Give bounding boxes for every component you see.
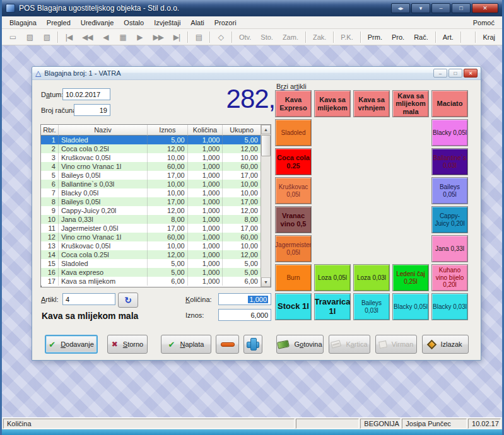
column-header-3[interactable]: Količina bbox=[188, 125, 223, 136]
table-row[interactable]: 13Kruškovac 0,05l10,001,00010,00 bbox=[41, 241, 261, 250]
decrease-button[interactable] bbox=[216, 335, 239, 354]
scroll-up-icon[interactable]: ▲ bbox=[261, 125, 271, 134]
increase-button[interactable] bbox=[243, 335, 262, 354]
column-header-4[interactable]: Ukupno bbox=[223, 125, 261, 136]
menu-item-uređivanje[interactable]: Uređivanje bbox=[76, 18, 119, 28]
cash-button[interactable]: Gotovina bbox=[276, 335, 324, 354]
quick-article-jagermeister-0-05l[interactable]: Jagermeister 0,05l bbox=[275, 235, 312, 262]
quick-article-kava-sa-vrhnjem[interactable]: Kava sa vrhnjem bbox=[353, 90, 390, 117]
scrollbar-track[interactable] bbox=[261, 134, 271, 277]
table-row[interactable]: 5Baileys 0,05l17,001,00017,00 bbox=[41, 171, 261, 180]
menu-item-prozori[interactable]: Prozori bbox=[209, 18, 242, 28]
quick-article-burn[interactable]: Burn bbox=[275, 264, 312, 291]
quick-article-kava-sa-mlijekom-mala[interactable]: Kava sa mlijekom mala bbox=[392, 90, 429, 117]
last-record-icon[interactable]: ▶| bbox=[168, 30, 185, 44]
fast-prev-icon[interactable]: ◀◀ bbox=[78, 30, 97, 44]
table-cell: Cappy-Juicy 0,20l bbox=[59, 206, 148, 215]
table-row[interactable]: 15Sladoled5,001,0005,00 bbox=[41, 259, 261, 268]
menu-item-help[interactable]: Pomoć bbox=[468, 18, 500, 28]
image-icon[interactable]: ▭ bbox=[4, 30, 21, 44]
quick-article-kru-kovac-0-05l[interactable]: Kruškovac 0,05l bbox=[275, 177, 312, 204]
close-button[interactable]: ✕ bbox=[472, 3, 498, 13]
quick-article-jana-0-33l[interactable]: Jana 0,33l bbox=[431, 235, 468, 262]
amount-input[interactable]: 6,000 bbox=[218, 309, 271, 321]
table-row[interactable]: 16Kava expreso5,001,0005,00 bbox=[41, 268, 261, 277]
quick-article-travarica-1l[interactable]: Travarica 1l bbox=[314, 293, 351, 320]
toolbar-button-kraj[interactable]: Kraj bbox=[478, 30, 500, 44]
toolbar-button-art[interactable]: Art. bbox=[438, 30, 458, 44]
drop-button[interactable]: ▾ bbox=[411, 3, 430, 13]
table-cell: 8,00 bbox=[148, 215, 188, 224]
image-hatch-icon[interactable]: ▨ bbox=[21, 30, 38, 44]
column-header-0[interactable]: Rbr. bbox=[41, 125, 59, 136]
menu-item-alati[interactable]: Alati bbox=[185, 18, 209, 28]
table-row[interactable]: 17Kava sa mlijekom6,001,0006,00 bbox=[41, 277, 261, 286]
quick-article-vranac-vino-0-5[interactable]: Vranac vino 0,5 bbox=[275, 206, 312, 233]
table-scrollbar[interactable]: ▲ ▼ bbox=[261, 125, 271, 287]
add-button[interactable]: ✔ Dodavanje bbox=[45, 335, 98, 354]
table-row[interactable]: 6Ballantine`s 0,03l10,001,00010,00 bbox=[41, 180, 261, 188]
table-row[interactable]: 4Vino crno Vranac 1l60,001,00060,00 bbox=[41, 162, 261, 171]
quick-article-cappy-juicy-0-20l[interactable]: Cappy-Juicy 0,20l bbox=[431, 206, 468, 233]
menu-item-blagajna[interactable]: Blagajna bbox=[4, 18, 42, 28]
image-edit-icon[interactable]: ▧ bbox=[38, 30, 55, 44]
prev-icon[interactable]: ◀ bbox=[97, 30, 114, 44]
quick-article-ballantine-s-0-03l[interactable]: Ballantine`s 0,03l bbox=[431, 148, 468, 175]
table-row[interactable]: 14Coca cola 0.25l12,001,00012,00 bbox=[41, 250, 261, 259]
toolbar-button-prm[interactable]: Prm. bbox=[363, 30, 387, 44]
maximize-button[interactable]: □ bbox=[452, 3, 471, 13]
quick-article-ledeni-aj-0-25l[interactable]: Ledeni čaj 0,25l bbox=[392, 264, 429, 291]
scrollbar-thumb[interactable] bbox=[261, 135, 271, 156]
pay-button[interactable]: ✔ Naplata bbox=[161, 335, 211, 354]
quick-article-stock-1l[interactable]: Stock 1l bbox=[275, 293, 312, 320]
menu-item-izvještaji[interactable]: Izvještaji bbox=[149, 18, 185, 28]
quick-article-kava-expreso[interactable]: Kava Expreso bbox=[275, 90, 312, 117]
table-row[interactable]: 12Vino crno Vranac 1l60,001,00060,00 bbox=[41, 233, 261, 241]
storno-button[interactable]: ✖ Storno bbox=[107, 335, 148, 354]
quick-article-kuhano-vino-bijelo-0-20l[interactable]: Kuhano vino bijelo 0,20l bbox=[431, 264, 468, 291]
table-row[interactable]: 3Kruškovac 0,05l10,001,00010,00 bbox=[41, 153, 261, 162]
pos-close-button[interactable]: ✕ bbox=[464, 69, 478, 78]
save-record-icon[interactable]: ▦ bbox=[114, 30, 131, 44]
table-row[interactable]: 7Blacky 0,05l10,001,00010,00 bbox=[41, 188, 261, 197]
table-row[interactable]: 8Baileys 0,05l17,001,00017,00 bbox=[41, 197, 261, 206]
first-record-icon[interactable]: |◀ bbox=[61, 30, 77, 44]
artikl-input[interactable]: 4 bbox=[62, 293, 115, 305]
report-icon[interactable]: ▤ bbox=[190, 30, 207, 44]
toolbar-button-pro[interactable]: Pro. bbox=[387, 30, 409, 44]
minimize-button[interactable]: – bbox=[431, 3, 450, 13]
table-row[interactable]: 2Coca cola 0.25l12,001,00012,00 bbox=[41, 144, 261, 153]
table-row[interactable]: 11Jagermeister 0,05l17,001,00017,00 bbox=[41, 224, 261, 233]
table-row[interactable]: 1Sladoled5,001,0005,00 bbox=[41, 136, 261, 144]
table-row[interactable]: 10Jana 0,33l8,001,0008,00 bbox=[41, 215, 261, 224]
refresh-button[interactable]: ↻ bbox=[118, 293, 138, 308]
quick-article-sladoled[interactable]: Sladoled bbox=[275, 119, 312, 146]
next-icon[interactable]: ▶ bbox=[131, 30, 148, 44]
date-input[interactable]: 10.02.2017 bbox=[62, 88, 110, 100]
quick-article-kava-sa-mlijekom[interactable]: Kava sa mlijekom bbox=[314, 90, 351, 117]
qty-input[interactable]: 1,000 bbox=[218, 293, 271, 305]
quick-article-coca-cola-0-25[interactable]: Coca cola 0.25 bbox=[275, 148, 312, 175]
tag-icon[interactable]: ◇ bbox=[213, 30, 229, 44]
quick-article-blacky-0-05l[interactable]: Blacky 0,05l bbox=[392, 293, 429, 320]
scroll-down-icon[interactable]: ▼ bbox=[261, 277, 271, 287]
table-row[interactable]: 9Cappy-Juicy 0,20l12,001,00012,00 bbox=[41, 206, 261, 215]
fast-next-icon[interactable]: ▶▶ bbox=[148, 30, 167, 44]
quick-article-maciato[interactable]: Maciato bbox=[431, 90, 468, 117]
pos-minimize-button[interactable]: – bbox=[433, 69, 447, 78]
pos-maximize-button[interactable]: □ bbox=[448, 69, 462, 78]
menu-item-pregled[interactable]: Pregled bbox=[42, 18, 76, 28]
quick-article-blacky-0-03l[interactable]: Blacky 0,03l bbox=[431, 293, 468, 320]
exit-button[interactable]: Izlazak bbox=[422, 335, 469, 354]
quick-article-loza-0-05l[interactable]: Loza 0,05l bbox=[314, 264, 351, 291]
toolbar-button-ra[interactable]: Rač. bbox=[409, 30, 433, 44]
pin-button[interactable]: ◂▸ bbox=[391, 3, 410, 13]
column-header-2[interactable]: Iznos bbox=[148, 125, 188, 136]
quick-article-blacky-0-05l[interactable]: Blacky 0,05l bbox=[431, 119, 468, 146]
quick-article-baileys-0-03l[interactable]: Baileys 0,03l bbox=[353, 293, 390, 320]
receipt-input[interactable]: 19 bbox=[74, 104, 110, 116]
quick-article-baileys-0-05l[interactable]: Baileys 0,05l bbox=[431, 177, 468, 204]
quick-article-loza-0-03l[interactable]: Loza 0,03l bbox=[353, 264, 390, 291]
menu-item-ostalo[interactable]: Ostalo bbox=[119, 18, 149, 28]
column-header-1[interactable]: Naziv bbox=[59, 125, 148, 136]
